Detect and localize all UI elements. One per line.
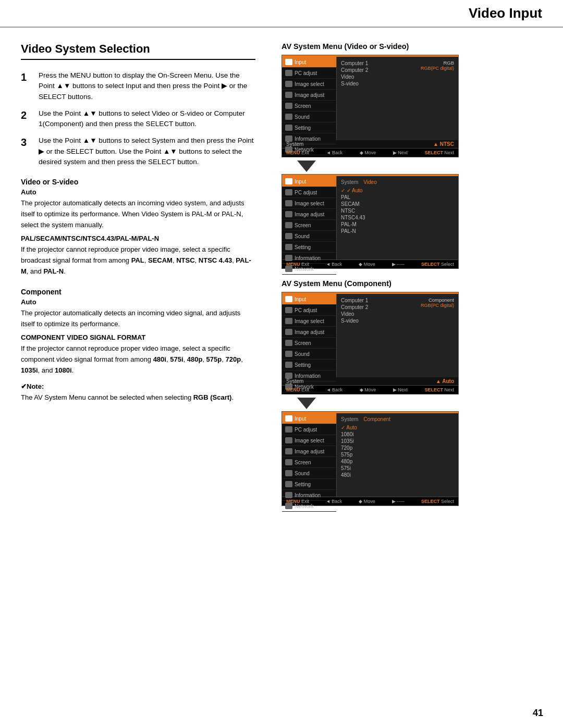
sys-col2-c2: Component — [363, 416, 390, 422]
menu-left-panel-c2: Input PC adjust Image select Image adjus… — [282, 413, 337, 497]
btn-next-c2: ▶ ----- — [392, 499, 405, 504]
opt-720p-c2: 720p — [341, 445, 454, 451]
auto-desc: The projector automatically detects an i… — [21, 198, 255, 230]
step-3-number: 3 — [21, 135, 35, 149]
opt-secam-v2: SECAM — [341, 201, 454, 207]
btn-move-v1: ◆ Move — [360, 150, 376, 155]
menu-left-panel-c1: Input PC adjust Image select Image adjus… — [282, 294, 337, 377]
btn-exit-c1: MENU Exit — [286, 387, 309, 392]
opt-computer2-v1: Computer 2 — [341, 67, 393, 73]
menu-left-panel-v1: Input PC adjust Image select Image adjus… — [282, 57, 337, 140]
sound-icon-v1 — [285, 114, 292, 120]
menu-item-sound-v2: Sound — [282, 231, 336, 242]
system-value-c1: ▲ Auto — [436, 378, 454, 384]
imageselect-icon-v2 — [285, 200, 292, 206]
btn-select-c2: SELECT Select — [421, 499, 454, 504]
menu-item-screen-v1: Screen — [282, 101, 336, 112]
av-menu-component-title: AV System Menu (Component) — [282, 279, 547, 288]
btn-back-v2: ◄ Back — [326, 262, 342, 267]
pcadjust-icon-v2 — [285, 189, 292, 195]
btn-select-v1: SELECT Next — [424, 150, 454, 155]
step-1: 1 Press the MENU button to display the O… — [21, 70, 255, 102]
btn-back-v1: ◄ Back — [326, 150, 342, 155]
menu-item-setting-c2: Setting — [282, 479, 336, 490]
opt-ntsc-v2: NTSC — [341, 207, 454, 214]
imageselect-icon-c1 — [285, 318, 292, 324]
av-menu-component-section: AV System Menu (Component) Input PC adju… — [282, 279, 547, 506]
menu-item-input-c2: Input — [282, 413, 336, 424]
menu-item-imageadjust-v1: Image adjust — [282, 90, 336, 101]
opt-480i-c2: 480i — [341, 472, 454, 478]
pcadjust-icon-c1 — [285, 307, 292, 313]
system-header-v2: System Video — [341, 179, 454, 185]
menu-right-panel-v2: System Video ✓ Auto PAL SECAM NTSC NTSC4… — [337, 176, 458, 260]
sys-col2-v2: Video — [363, 179, 376, 185]
pal-title: PAL/SECAM/NTSC/NTSC4.43/PAL-M/PAL-N — [21, 235, 255, 242]
btn-back-c2: ◄ Back — [326, 499, 342, 504]
screen-icon-c2 — [285, 459, 292, 465]
screen-icon-v1 — [285, 103, 292, 109]
menu-screenshot-comp-2: Input PC adjust Image select Image adjus… — [282, 411, 459, 506]
menu-left-panel-v2: Input PC adjust Image select Image adjus… — [282, 176, 337, 260]
btn-select-v2: SELECT Select — [421, 262, 454, 267]
imageselect-icon-v1 — [285, 81, 292, 87]
menu-item-screen-c1: Screen — [282, 338, 336, 349]
opt-palm-v2: PAL-M — [341, 221, 454, 228]
system-header-c2: System Component — [341, 416, 454, 422]
left-column: Video System Selection 1 Press the MENU … — [0, 28, 271, 520]
pcadjust-icon-v1 — [285, 70, 292, 76]
menu-item-setting-v1: Setting — [282, 122, 336, 133]
opt-1035i-c2: 1035i — [341, 438, 454, 445]
section-title: Video System Selection — [21, 42, 255, 60]
sound-icon-c2 — [285, 470, 292, 476]
note-title: ✔Note: — [21, 382, 44, 390]
menu-screenshot-comp-1: Input PC adjust Image select Image adjus… — [282, 292, 459, 394]
pcadjust-icon-c2 — [285, 426, 292, 433]
imageadjust-icon-v2 — [285, 211, 292, 217]
setting-icon-v1 — [285, 125, 292, 131]
arrow-shape-c1 — [297, 398, 316, 409]
sys-col1-v2: System — [341, 179, 358, 185]
btn-next-v1: ▶ Next — [393, 150, 408, 155]
step-3-text: Use the Point ▲▼ buttons to select Syste… — [39, 135, 255, 167]
menu-item-setting-c1: Setting — [282, 360, 336, 371]
menu-item-pcadjust-v1: PC adjust — [282, 68, 336, 79]
page-title: Video Input — [469, 5, 542, 21]
opt-pal-v2: PAL — [341, 194, 454, 201]
opt-1080i-c2: 1080i — [341, 431, 454, 438]
step-3: 3 Use the Point ▲▼ buttons to select Sys… — [21, 135, 255, 167]
right-column: AV System Menu (Video or S-video) Input … — [271, 28, 563, 520]
imageselect-icon-c2 — [285, 437, 292, 443]
input-icon-v1 — [285, 59, 292, 65]
imageadjust-icon-c2 — [285, 448, 292, 454]
menu-item-sound-c2: Sound — [282, 468, 336, 479]
right-col-label-comp-c1: Component — [403, 297, 455, 303]
setting-icon-c1 — [285, 362, 292, 368]
arrow-down-v1 — [297, 161, 547, 172]
auto-label: Auto — [21, 188, 255, 196]
btn-move-c2: ◆ Move — [359, 499, 375, 504]
menu-item-pcadjust-c2: PC adjust — [282, 424, 336, 435]
menu-item-input-c1: Input — [282, 294, 336, 305]
menu-item-screen-v2: Screen — [282, 220, 336, 231]
info-icon-v2 — [285, 255, 292, 261]
component-section: Component Auto The projector automatical… — [21, 288, 255, 376]
menu-item-imageselect-c1: Image select — [282, 316, 336, 327]
opt-paln-v2: PAL-N — [341, 228, 454, 235]
menu-right-panel-c2: System Component ✓ Auto 1080i 1035i 720p… — [337, 413, 458, 497]
opt-480p-c2: 480p — [341, 458, 454, 465]
setting-icon-c2 — [285, 481, 292, 487]
step-1-number: 1 — [21, 70, 35, 84]
menu-item-sound-v1: Sound — [282, 112, 336, 122]
steps-list: 1 Press the MENU button to display the O… — [21, 70, 255, 167]
component-title: Component — [21, 288, 255, 296]
opt-svideo-v1: S-video — [341, 80, 393, 87]
opt-computer1-c1: Computer 1 — [341, 297, 393, 304]
setting-icon-v2 — [285, 244, 292, 250]
note-text: The AV System Menu cannot be selected wh… — [21, 393, 234, 401]
comp-auto-desc: The projector automatically detects an i… — [21, 308, 255, 330]
btn-move-v2: ◆ Move — [359, 262, 375, 267]
menu-item-imageselect-v1: Image select — [282, 79, 336, 90]
menu-item-imageadjust-c2: Image adjust — [282, 446, 336, 457]
btn-next-v2: ▶ ----- — [392, 262, 405, 267]
